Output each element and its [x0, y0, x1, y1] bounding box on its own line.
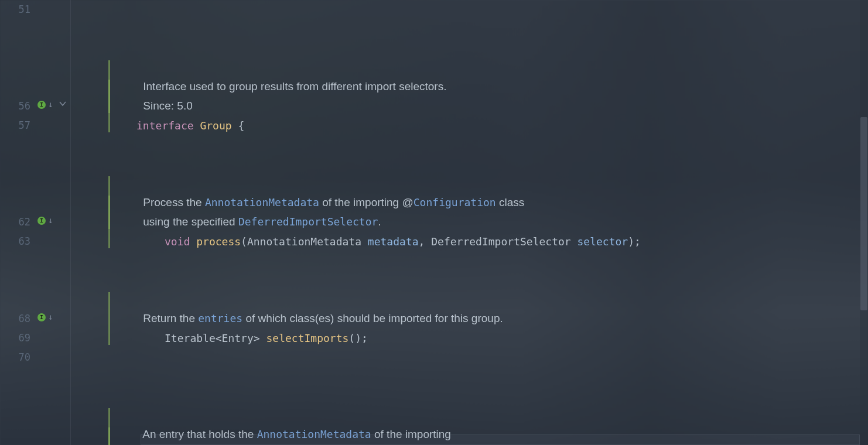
code-line[interactable] [70, 290, 868, 309]
code-line[interactable] [70, 0, 868, 19]
implementation-arrow-icon[interactable]: ↓ [48, 215, 53, 225]
code-line[interactable] [70, 174, 868, 193]
line-number: 68 [0, 309, 36, 328]
fold-toggle-icon[interactable] [59, 100, 67, 108]
line-number [0, 290, 36, 309]
line-number [0, 367, 36, 386]
line-number [0, 406, 36, 425]
code-area[interactable]: Interface used to group results from dif… [70, 0, 868, 445]
line-number [0, 58, 36, 77]
code-line[interactable] [70, 348, 868, 367]
code-line[interactable]: Configuration class and the class name t… [70, 386, 868, 406]
code-line[interactable]: Interface used to group results from dif… [70, 19, 868, 39]
code-line[interactable] [70, 328, 868, 348]
line-number: 57 [0, 116, 36, 135]
code-line[interactable] [70, 77, 868, 97]
line-number [0, 193, 36, 213]
line-number: 51 [0, 0, 36, 19]
line-number [0, 135, 36, 155]
line-number: 69 [0, 328, 36, 348]
line-number [0, 251, 36, 271]
line-number [0, 19, 36, 39]
implementation-arrow-icon[interactable]: ↓ [48, 312, 53, 321]
code-line[interactable] [70, 116, 868, 135]
line-number: 63 [0, 232, 36, 251]
implements-icon[interactable]: I [37, 217, 46, 225]
code-line[interactable]: Since: 5.0 [70, 39, 868, 58]
implements-icon[interactable]: I [37, 313, 46, 321]
code-line[interactable]: interface Group { [70, 97, 868, 116]
code-line[interactable]: void process(AnnotationMetadata metadata… [70, 213, 868, 232]
implementation-arrow-icon[interactable]: ↓ [48, 100, 53, 109]
code-line[interactable]: Process the AnnotationMetadata of the im… [70, 135, 868, 155]
code-line[interactable] [70, 58, 868, 77]
code-line[interactable] [70, 193, 868, 213]
code-line[interactable]: An entry that holds the AnnotationMetada… [70, 367, 868, 386]
line-number [0, 39, 36, 58]
editor-pane[interactable]: 51 56 57 62 63 68 69 70 75 76 77 78 79 8… [0, 0, 868, 445]
line-number [0, 386, 36, 406]
code-line[interactable]: using the specified DeferredImportSelect… [70, 155, 868, 174]
line-number-gutter: 51 56 57 62 63 68 69 70 75 76 77 78 79 8… [0, 0, 36, 445]
line-number [0, 174, 36, 193]
implements-icon[interactable]: I [37, 101, 46, 109]
vertical-scrollbar[interactable] [860, 0, 868, 445]
line-number: 56 [0, 97, 36, 116]
line-number [0, 425, 36, 444]
code-line[interactable]: Return the entries of which class(es) sh… [70, 251, 868, 271]
line-number [0, 77, 36, 97]
line-number [0, 271, 36, 290]
scrollbar-thumb[interactable] [860, 117, 867, 310]
line-number: 70 [0, 348, 36, 367]
code-line[interactable]: Iterable<Entry> selectImports(); [70, 309, 868, 328]
line-number: 62 [0, 213, 36, 232]
gutter-icons-column: I ↓ I ↓ I ↓ [36, 0, 57, 445]
code-line[interactable] [70, 232, 868, 251]
line-number [0, 155, 36, 174]
code-line[interactable] [70, 406, 868, 425]
code-line[interactable] [70, 271, 868, 290]
selection-highlight [141, 434, 860, 445]
fold-column [57, 0, 70, 445]
